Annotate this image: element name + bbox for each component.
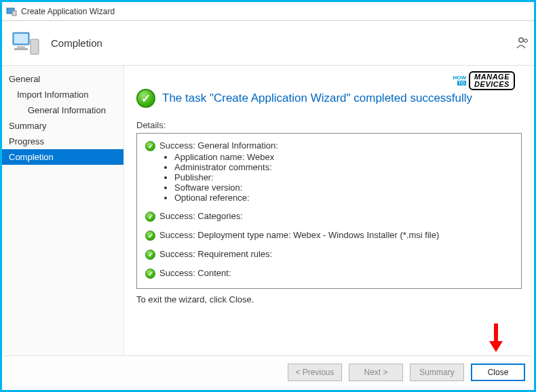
sidebar-item-general-information[interactable]: General Information (2, 102, 123, 118)
users-icon (516, 36, 530, 50)
wizard-header: Completion (2, 21, 534, 66)
detail-section: ✓ Success: Deployment type name: Webex -… (145, 230, 516, 241)
sidebar-item-progress[interactable]: Progress (2, 134, 123, 149)
wizard-sidebar: General Import Information General Infor… (2, 66, 124, 357)
svg-rect-4 (31, 39, 39, 54)
details-box[interactable]: ✓ Success: General Information: Applicat… (136, 133, 522, 289)
sidebar-item-general[interactable]: General (2, 71, 123, 87)
sidebar-item-completion[interactable]: Completion (2, 149, 123, 165)
window-title: Create Application Wizard (21, 7, 115, 16)
wizard-footer: < Previous Next > Summary Close (4, 355, 532, 388)
detail-title: Success: Requirement rules: (159, 249, 516, 259)
wizard-content: HOW TO MANAGE DEVICES ✓ The task "Create… (124, 66, 534, 357)
watermark-to: TO (457, 81, 467, 85)
detail-section: ✓ Success: General Information: Applicat… (145, 140, 516, 203)
detail-bullet: Publisher: (174, 172, 516, 182)
detail-title: Success: Content: (159, 268, 516, 278)
main: General Import Information General Infor… (2, 66, 534, 357)
detail-bullets: Application name: Webex Administrator co… (159, 152, 516, 203)
watermark: HOW TO MANAGE DEVICES (453, 71, 515, 90)
detail-title: Success: Deployment type name: Webex - W… (159, 230, 516, 240)
titlebar: Create Application Wizard (2, 2, 534, 21)
window-app-icon (6, 6, 17, 17)
page-title: Completion (51, 37, 102, 49)
detail-section: ✓ Success: Content: (145, 268, 516, 279)
svg-rect-6 (14, 48, 28, 50)
svg-rect-1 (12, 11, 16, 16)
next-button: Next > (349, 364, 403, 381)
status-message: The task "Create Application Wizard" com… (162, 92, 472, 105)
detail-bullet: Optional reference: (174, 193, 516, 203)
svg-rect-3 (14, 34, 28, 43)
close-button[interactable]: Close (471, 364, 525, 381)
detail-title: Success: Categories: (159, 211, 516, 221)
svg-rect-5 (17, 46, 25, 48)
success-check-icon: ✓ (145, 231, 155, 241)
exit-hint: To exit the wizard, click Close. (136, 294, 522, 305)
success-check-icon: ✓ (136, 89, 155, 108)
watermark-brand: MANAGE DEVICES (469, 71, 515, 90)
detail-title: Success: General Information: (159, 140, 516, 151)
computer-icon (12, 30, 41, 57)
success-check-icon: ✓ (145, 212, 155, 222)
success-check-icon: ✓ (145, 141, 155, 151)
detail-section: ✓ Success: Requirement rules: (145, 249, 516, 260)
summary-button: Summary (410, 364, 464, 381)
previous-button: < Previous (288, 364, 342, 381)
svg-point-7 (519, 38, 523, 42)
success-check-icon: ✓ (145, 250, 155, 260)
success-check-icon: ✓ (145, 269, 155, 279)
detail-section: ✓ Success: Categories: (145, 211, 516, 222)
detail-bullet: Administrator comments: (174, 162, 516, 172)
detail-bullet: Application name: Webex (174, 152, 516, 162)
status-row: ✓ The task "Create Application Wizard" c… (136, 89, 522, 108)
sidebar-item-summary[interactable]: Summary (2, 118, 123, 134)
details-label: Details: (136, 120, 522, 130)
detail-bullet: Software version: (174, 182, 516, 193)
svg-point-8 (524, 39, 528, 43)
sidebar-item-import-information[interactable]: Import Information (2, 87, 123, 102)
watermark-how: HOW (453, 75, 467, 81)
